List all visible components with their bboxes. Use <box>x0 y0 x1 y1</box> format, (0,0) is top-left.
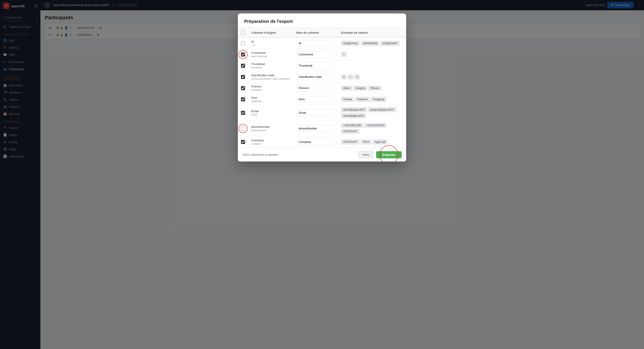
row-checkbox-thumbnail-row[interactable] <box>241 64 245 68</box>
table-row: PrénomfirstNameAlexisGregoryTitouan <box>238 82 406 94</box>
main-content: ●● Appcraft Everywhere Business Demo [WI… <box>40 0 644 349</box>
select-all-checkbox[interactable] <box>241 30 245 34</box>
checkbox-cell-email-row <box>241 111 245 115</box>
example-badge: 1 <box>348 74 354 79</box>
col-name-input-cell-company-row <box>293 136 338 148</box>
example-badge: APPCRAFT <box>341 139 360 144</box>
row-checkbox-company-row[interactable] <box>241 140 245 144</box>
checkbox-cell-gamification-row <box>241 75 245 79</box>
col-examples-prenom-row: AlexisGregoryTitouan <box>338 82 406 94</box>
col-origin-gamification-row: Gamification statsextras.gamification.st… <box>248 71 293 82</box>
export-button-wrapper: Exporter <box>376 151 402 158</box>
col-examples-thumbnail-row <box>338 60 406 71</box>
col-origin-email-row: Emailemail <box>248 105 293 121</box>
col-name-input-cell-phone-row <box>293 121 338 136</box>
table-row: Gamification statsextras.gamification.st… <box>238 71 406 82</box>
col-name-input-cell-prenom-row <box>293 82 338 94</box>
modal-header: Préparation de l'export <box>238 13 406 28</box>
col-origin-nom-row: NomlastName <box>248 94 293 105</box>
checkbox-cell-id-row <box>241 41 245 45</box>
col-origin-prenom-row: PrénomfirstName <box>248 82 293 94</box>
col-examples-header: Exemple de valeurs <box>338 28 406 37</box>
col-name-input-connected-row[interactable] <box>296 51 335 58</box>
col-origin-phone-row: phoneNumberphoneNumber <box>248 121 293 136</box>
example-badge: 6 <box>341 74 347 79</box>
checkbox-cell-company-row <box>241 140 245 144</box>
example-badge: sales@appcraft.fr <box>341 113 366 118</box>
checkbox-cell-nom-row <box>241 97 245 101</box>
modal-title: Préparation de l'export <box>244 19 400 24</box>
example-badge: Fougeray <box>371 97 386 102</box>
table-row: Thumbnailthumbnail <box>238 60 406 71</box>
table-row: ConnectedhasConnected1 <box>238 49 406 60</box>
example-badge: Titouan <box>368 86 381 91</box>
checkbox-cell-thumbnail-row <box>241 64 245 68</box>
row-checkbox-gamification-row[interactable] <box>241 75 245 79</box>
col-name-input-id-row[interactable] <box>296 40 335 46</box>
row-checkbox-phone-row[interactable] <box>241 126 245 131</box>
col-examples-nom-row: ThéséePotdevinFougeray <box>338 94 406 105</box>
example-badge: alexis@appcraft.fr <box>341 107 367 112</box>
example-badge: fz0Ogm6e0T <box>380 41 400 46</box>
checkbox-cell-phone-row <box>241 126 245 131</box>
example-badge: +33619661398 <box>341 123 363 128</box>
row-checkbox-connected-row[interactable] <box>241 52 245 56</box>
row-checkbox-prenom-row[interactable] <box>241 86 245 90</box>
example-badge: zj0m0oR08j <box>361 41 379 46</box>
col-examples-connected-row: 1 <box>338 49 406 60</box>
export-table: Colonne d'origine Nom de colonne Exemple… <box>238 28 406 148</box>
col-origin-company-row: Companycompany <box>248 136 293 148</box>
col-name-input-cell-gamification-row <box>293 71 338 82</box>
col-examples-company-row: APPCRAFTTESTAppCraft <box>338 136 406 148</box>
col-name-input-cell-id-row <box>293 37 338 49</box>
example-badge: gregory@appcraft.fr <box>368 107 396 112</box>
col-name-input-cell-email-row <box>293 105 338 121</box>
col-name-input-gamification-row[interactable] <box>296 73 335 80</box>
col-name-input-company-row[interactable] <box>296 139 335 145</box>
export-count: 12/22 colonne(s) à exporter <box>242 153 278 156</box>
example-badge: Potdevin <box>355 97 370 102</box>
table-row: CompanycompanyAPPCRAFTTESTAppCraft <box>238 136 406 148</box>
modal-footer: 12/22 colonne(s) à exporter Annu Exporte… <box>238 148 406 161</box>
col-name-input-prenom-row[interactable] <box>296 85 335 91</box>
example-badge: AppCraft <box>373 139 387 144</box>
row-checkbox-nom-row[interactable] <box>241 97 245 101</box>
cancel-button[interactable]: Annu <box>358 151 374 158</box>
table-row: Id_idmisq8zAnyezj0m0oR08jfz0Ogm6e0T <box>238 37 406 49</box>
col-name-header: Nom de colonne <box>293 28 338 37</box>
checkbox-col-header <box>238 28 248 37</box>
example-badge: Thésée <box>341 97 354 102</box>
col-examples-phone-row: +33619661398+33631933418APPCRAFT <box>338 121 406 136</box>
modal-body: Colonne d'origine Nom de colonne Exemple… <box>238 28 406 148</box>
row-checkbox-email-row[interactable] <box>241 111 245 115</box>
example-badge: misq8zAnye <box>341 41 360 46</box>
example-badge: +33631933418 <box>364 123 386 128</box>
col-examples-email-row: alexis@appcraft.frgregory@appcraft.frsal… <box>338 105 406 121</box>
col-name-input-thumbnail-row[interactable] <box>296 62 335 69</box>
col-name-input-email-row[interactable] <box>296 109 335 116</box>
export-table-body: Id_idmisq8zAnyezj0m0oR08jfz0Ogm6e0TConne… <box>238 37 406 148</box>
col-origin-id-row: Id_id <box>248 37 293 49</box>
example-badge: Gregory <box>354 86 367 91</box>
col-origin-thumbnail-row: Thumbnailthumbnail <box>248 60 293 71</box>
table-row: phoneNumberphoneNumber+33619661398+33631… <box>238 121 406 136</box>
export-modal: Préparation de l'export Colonne d'origin… <box>238 13 406 161</box>
row-checkbox-id-row[interactable] <box>241 41 245 45</box>
example-badge: Alexis <box>341 86 352 91</box>
checkbox-cell-prenom-row <box>241 86 245 90</box>
example-badge: TEST <box>360 139 372 144</box>
export-button[interactable]: Exporter <box>376 151 402 158</box>
table-row: Emailemailalexis@appcraft.frgregory@appc… <box>238 105 406 121</box>
checkbox-cell-connected-row <box>241 52 245 56</box>
col-examples-gamification-row: 613 <box>338 71 406 82</box>
example-badge: 3 <box>354 74 360 79</box>
example-badge: 1 <box>341 52 347 57</box>
example-badge: APPCRAFT <box>341 129 360 134</box>
col-examples-id-row: misq8zAnyezj0m0oR08jfz0Ogm6e0T <box>338 37 406 49</box>
col-name-input-nom-row[interactable] <box>296 96 335 102</box>
col-name-input-cell-thumbnail-row <box>293 60 338 71</box>
col-origin-header: Colonne d'origine <box>248 28 293 37</box>
modal-overlay: Préparation de l'export Colonne d'origin… <box>40 0 644 349</box>
col-name-input-phone-row[interactable] <box>296 125 335 132</box>
table-header-row: Colonne d'origine Nom de colonne Exemple… <box>238 28 406 37</box>
